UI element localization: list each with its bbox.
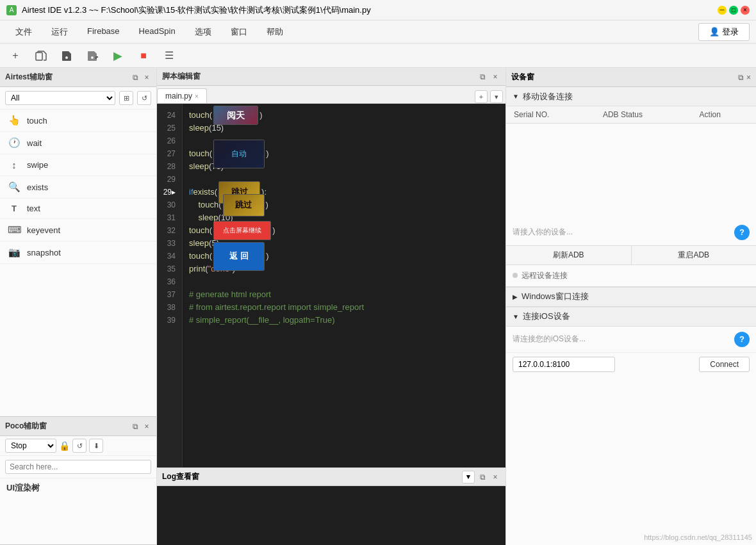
app-logo: A (6, 5, 17, 15)
line-num-32: 31 (160, 211, 179, 224)
remote-status-dot (513, 273, 518, 278)
script-editor-controls: ⧉ × (477, 72, 500, 82)
airtest-item-touch[interactable]: 👆 touch (0, 110, 156, 132)
minimize-button[interactable]: ─ (718, 6, 727, 15)
windows-section-header[interactable]: ▶ Windows窗口连接 (506, 288, 756, 307)
airtest-item-exists[interactable]: 🔍 exists (0, 176, 156, 199)
log-restore-btn[interactable]: ⧉ (477, 472, 488, 482)
device-panel-controls: ⧉ × (738, 73, 751, 82)
poco-panel-header: Poco辅助窗 ⧉ × (0, 417, 156, 436)
col-action: Action (692, 106, 756, 124)
airtest-item-keyevent[interactable]: ⌨ keyevent (0, 219, 156, 241)
device-restore-btn[interactable]: ⧉ (738, 73, 744, 82)
mobile-device-table: Serial NO. ADB Status Action (506, 106, 756, 220)
poco-search-input[interactable] (5, 460, 151, 474)
line-num-27: 27 (160, 147, 179, 160)
filter-btn-1[interactable]: ⊞ (119, 91, 133, 105)
airtest-item-text[interactable]: T text (0, 199, 156, 219)
filter-btn-2[interactable]: ↺ (137, 91, 151, 105)
line-num-33: 32 (160, 224, 179, 237)
ios-connect-row: Connect (506, 352, 756, 376)
ios-ip-input[interactable] (513, 357, 615, 372)
poco-btn-1[interactable]: ↺ (72, 439, 86, 453)
user-icon: 👤 (709, 27, 719, 37)
editor-restore-btn[interactable]: ⧉ (477, 72, 488, 82)
title-text: Airtest IDE v1.2.3 ~~ F:\School\实验课\15-软… (22, 4, 371, 16)
poco-close-button[interactable]: × (142, 422, 151, 431)
device-close-btn[interactable]: × (746, 73, 751, 82)
touch-icon: 👆 (8, 115, 21, 126)
menu-window[interactable]: 窗口 (222, 24, 256, 40)
line-num-26: 26 (160, 134, 179, 147)
filter-select[interactable]: All touch wait swipe (5, 91, 115, 105)
menu-button[interactable]: ☰ (161, 48, 177, 63)
right-panel: 设备窗 ⧉ × ▼ 移动设备连接 Serial NO. ADB Status A… (506, 68, 756, 545)
open-file-button[interactable] (33, 48, 49, 63)
tab-add-button[interactable]: + (475, 90, 488, 103)
menu-firebase[interactable]: Firebase (78, 24, 129, 40)
ios-help-icon[interactable]: ? (734, 332, 750, 347)
airtest-item-wait[interactable]: 🕐 wait (0, 132, 156, 154)
menu-bar: 文件 运行 Firebase HeadSpin 选项 窗口 帮助 👤 登录 (0, 20, 756, 44)
lock-icon[interactable]: 🔒 (59, 441, 70, 451)
tab-dropdown-button[interactable]: ▾ (490, 90, 503, 103)
stop-button[interactable]: ■ (136, 48, 151, 63)
log-filter-btn[interactable]: ▾ (462, 471, 475, 484)
line-num-28: 28 (160, 160, 179, 173)
connect-button[interactable]: Connect (699, 357, 750, 372)
code-content[interactable]: touch( 阅天 ) sleep(15) touch( 自动 ) (183, 104, 505, 468)
new-file-button[interactable]: + (8, 48, 23, 63)
ios-section-header[interactable]: ▼ 连接iOS设备 (506, 307, 756, 327)
log-window: Log查看窗 ▾ ⧉ × (157, 468, 505, 545)
menu-help[interactable]: 帮助 (258, 24, 292, 40)
run-button[interactable]: ▶ (110, 48, 126, 63)
airtest-panel-controls: ⧉ × (131, 73, 151, 82)
touch-label: touch (27, 116, 47, 126)
poco-restore-button[interactable]: ⧉ (131, 422, 140, 431)
text-icon: T (8, 204, 21, 213)
editor-close-btn[interactable]: × (490, 72, 500, 82)
adb-buttons: 刷新ADB 重启ADB (506, 245, 756, 265)
stop-select[interactable]: Stop Run Debug (5, 439, 56, 453)
save-as-button[interactable] (85, 48, 100, 63)
tab-main-py[interactable]: main.py × (157, 88, 207, 103)
airtest-close-button[interactable]: × (142, 73, 151, 82)
tab-close-icon[interactable]: × (195, 93, 199, 100)
ios-section: ▼ 连接iOS设备 请连接您的iOS设备... ? Connect (506, 307, 756, 546)
menu-headspin[interactable]: HeadSpin (130, 24, 185, 40)
menu-items: 文件 运行 Firebase HeadSpin 选项 窗口 帮助 (6, 24, 292, 40)
device-panel-header: 设备窗 ⧉ × (506, 68, 756, 87)
log-content (157, 486, 505, 545)
device-panel-title: 设备窗 (511, 72, 534, 83)
maximize-button[interactable]: □ (729, 6, 738, 15)
menu-file[interactable]: 文件 (6, 24, 41, 40)
close-button[interactable]: × (741, 6, 750, 15)
line-num-24: 24 (160, 109, 179, 122)
help-icon[interactable]: ? (734, 225, 750, 240)
title-controls: ─ □ × (718, 6, 750, 15)
airtest-item-swipe[interactable]: ↕ swipe (0, 154, 156, 176)
mobile-section-header[interactable]: ▼ 移动设备连接 (506, 87, 756, 106)
log-close-btn[interactable]: × (490, 472, 500, 482)
refresh-adb-button[interactable]: 刷新ADB (506, 246, 632, 264)
poco-panel: Poco辅助窗 ⧉ × Stop Run Debug 🔒 ↺ ⬇ UI渲染树 (0, 417, 156, 545)
poco-btn-2[interactable]: ⬇ (89, 439, 103, 453)
ios-expand-icon: ▼ (513, 313, 519, 320)
airtest-restore-button[interactable]: ⧉ (131, 73, 140, 82)
login-button[interactable]: 👤 登录 (698, 23, 750, 41)
wait-label: wait (27, 138, 42, 148)
line-num-36: 35 (160, 263, 179, 275)
stop-select-wrapper: Stop Run Debug 🔒 ↺ ⬇ (0, 436, 156, 456)
log-header: Log查看窗 ▾ ⧉ × (157, 468, 505, 486)
img-tiaoguo-2: 跳过 (223, 194, 265, 216)
menu-options[interactable]: 选项 (186, 24, 220, 40)
airtest-item-snapshot[interactable]: 📷 snapshot (0, 241, 156, 264)
mobile-section-label: 移动设备连接 (523, 91, 573, 102)
code-line-24: touch( 阅天 ) (183, 109, 505, 122)
swipe-icon: ↕ (8, 159, 21, 170)
code-line-33: touch( 点击屏幕继续 ) (183, 224, 505, 237)
line-numbers: 24 25 26 27 28 29 29▸ 30 31 32 33 34 35 … (157, 104, 183, 468)
save-button[interactable] (59, 48, 74, 63)
menu-run[interactable]: 运行 (42, 24, 77, 40)
restart-adb-button[interactable]: 重启ADB (632, 246, 757, 264)
